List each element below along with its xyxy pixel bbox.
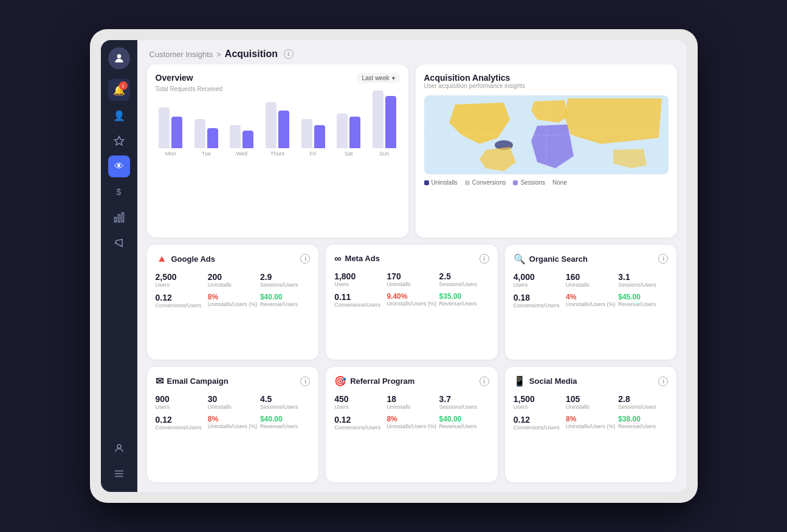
legend-conversions: Conversions	[465, 179, 506, 186]
bar-group-mon: Mon	[156, 107, 187, 157]
legend-sessions: Sessions	[513, 179, 545, 186]
tablet-frame: 🔔 1 👤 👁 $	[90, 29, 698, 503]
referral-program-info-icon[interactable]: ℹ	[479, 377, 489, 386]
organic-search-info-icon[interactable]: ℹ	[658, 254, 668, 264]
bar-purple-wed	[242, 131, 253, 148]
organic-search-metric-value-4: 4%	[566, 293, 616, 301]
header: Customer Insights > Acquisition ℹ	[137, 40, 687, 64]
email-campaign-metric-value-0: 900	[156, 394, 205, 404]
tablet-inner: 🔔 1 👤 👁 $	[101, 40, 687, 492]
organic-search-metric-value-0: 4,000	[514, 272, 563, 282]
google-ads-info-icon[interactable]: ℹ	[300, 254, 310, 264]
svg-rect-2	[114, 217, 116, 222]
bar-light-wed	[230, 125, 241, 148]
bell-icon-button[interactable]: 🔔 1	[108, 79, 130, 101]
bar-group-wed: Wed	[227, 125, 258, 157]
meta-ads-metric-value-0: 1,800	[334, 271, 384, 281]
email-campaign-metric-value-4: 8%	[208, 415, 258, 423]
legend-uninstalls-label: Uninstalls	[431, 179, 458, 186]
email-campaign-metric-label-1: Uninstalls	[208, 404, 258, 410]
channel-card-social-media: 📱Social Mediaℹ1,500Users105Uninstalls2.8…	[505, 367, 677, 482]
social-media-metric-value-2: 2.8	[618, 394, 668, 404]
bar-purple-fri	[314, 125, 325, 148]
email-campaign-title-text: Email Campaign	[167, 377, 229, 386]
info-icon[interactable]: ℹ	[284, 49, 294, 59]
eye-icon: 👁	[114, 161, 124, 172]
social-media-info-icon[interactable]: ℹ	[658, 377, 668, 386]
bar-purple-sun	[385, 96, 396, 148]
referral-program-metric-2: 3.7Sessions/Users	[439, 394, 489, 410]
meta-ads-metric-label-0: Users	[334, 281, 384, 287]
email-campaign-metric-label-5: Revenue/Users	[260, 423, 310, 429]
settings-icon-button[interactable]	[108, 130, 130, 152]
legend-uninstalls: Uninstalls	[424, 179, 458, 186]
bar-purple-mon	[171, 117, 182, 148]
email-campaign-info-icon[interactable]: ℹ	[300, 377, 310, 386]
main-content: Customer Insights > Acquisition ℹ Overvi…	[137, 40, 687, 492]
social-media-metric-2: 2.8Sessions/Users	[618, 394, 668, 410]
referral-program-metrics: 450Users18Uninstalls3.7Sessions/Users0.1…	[334, 394, 489, 431]
google-ads-metric-label-3: Conversions/Users	[156, 302, 205, 309]
bar-wrap-wed	[227, 125, 258, 148]
google-ads-metric-5: $40.00Revenue/Users	[260, 293, 310, 309]
social-media-title-text: Social Media	[529, 377, 577, 386]
breadcrumb-current: Acquisition	[225, 49, 278, 60]
google-ads-metric-value-3: 0.12	[156, 293, 205, 302]
meta-ads-info-icon[interactable]: ℹ	[479, 254, 489, 264]
channel-card-meta-ads: ∞Meta Adsℹ1,800Users170Uninstalls2.5Sess…	[326, 245, 498, 360]
social-media-metric-label-5: Revenue/Users	[618, 423, 668, 429]
overview-card: Overview Last week ▾ Total Requests Rece…	[147, 64, 408, 237]
google-ads-metric-value-5: $40.00	[260, 293, 310, 301]
google-ads-metric-value-1: 200	[208, 272, 258, 282]
referral-program-metric-label-5: Revenue/Users	[439, 423, 489, 429]
social-media-icon: 📱	[514, 375, 526, 387]
channels-row-1: 🔺Google Adsℹ2,500Users200Uninstalls2.9Se…	[147, 245, 677, 360]
meta-ads-metric-2: 2.5Sessions/Users	[439, 271, 489, 287]
social-media-header: 📱Social Mediaℹ	[514, 375, 668, 387]
chart-icon-button[interactable]	[108, 206, 130, 228]
meta-ads-header: ∞Meta Adsℹ	[334, 253, 489, 264]
user-icon-button[interactable]: 👤	[108, 104, 130, 126]
google-ads-metric-value-2: 2.9	[260, 272, 310, 282]
referral-program-icon: 🎯	[334, 375, 346, 387]
last-week-dropdown[interactable]: Last week ▾	[357, 73, 399, 83]
svg-point-0	[117, 54, 121, 58]
organic-search-metrics: 4,000Users160Uninstalls3.1Sessions/Users…	[514, 272, 668, 309]
meta-ads-title: ∞Meta Ads	[334, 253, 380, 264]
bar-group-fri: Fri	[298, 119, 329, 157]
breadcrumb-parent: Customer Insights	[149, 50, 213, 59]
email-campaign-header: ✉Email Campaignℹ	[156, 375, 311, 387]
organic-search-metric-value-1: 160	[566, 272, 616, 282]
social-media-metric-0: 1,500Users	[514, 394, 563, 410]
referral-program-metric-0: 450Users	[334, 394, 384, 410]
meta-ads-metric-0: 1,800Users	[334, 271, 384, 287]
referral-program-metric-5: $40.00Revenue/Users	[439, 415, 489, 431]
referral-program-metric-value-4: 8%	[387, 415, 436, 423]
bar-label-sat: Sat	[345, 151, 353, 157]
email-campaign-metric-value-5: $40.00	[260, 415, 310, 423]
google-ads-metric-2: 2.9Sessions/Users	[260, 272, 310, 288]
meta-ads-metric-label-3: Conversions/Users	[334, 302, 384, 308]
social-media-metric-4: 8%Uninstalls/Users (%)	[566, 415, 616, 431]
email-campaign-metric-label-4: Uninstalls/Users (%)	[208, 423, 258, 429]
map-legend: Uninstalls Conversions Sessions None	[424, 179, 668, 186]
bar-purple-sat	[349, 117, 360, 148]
social-media-metric-label-4: Uninstalls/Users (%)	[566, 423, 616, 429]
menu-icon-button[interactable]	[108, 463, 130, 485]
person-icon-button[interactable]	[108, 437, 130, 459]
organic-search-title-text: Organic Search	[529, 254, 588, 264]
eye-icon-button[interactable]: 👁	[108, 155, 130, 177]
overview-card-header: Overview Last week ▾	[156, 73, 400, 83]
meta-ads-metric-value-1: 170	[387, 271, 436, 281]
dollar-icon-button[interactable]: $	[108, 181, 130, 203]
meta-ads-metric-3: 0.11Conversions/Users	[334, 292, 384, 308]
google-ads-icon: 🔺	[156, 253, 168, 265]
social-media-metric-value-0: 1,500	[514, 394, 563, 404]
bar-wrap-sat	[333, 114, 364, 148]
organic-search-metric-label-0: Users	[514, 282, 563, 288]
google-ads-metric-0: 2,500Users	[156, 272, 205, 288]
meta-ads-metric-value-5: $35.00	[439, 292, 489, 301]
megaphone-icon-button[interactable]	[108, 232, 130, 254]
meta-ads-metric-4: 9.40%Uninstalls/Users (%)	[387, 292, 436, 308]
social-media-metric-1: 105Uninstalls	[566, 394, 616, 410]
